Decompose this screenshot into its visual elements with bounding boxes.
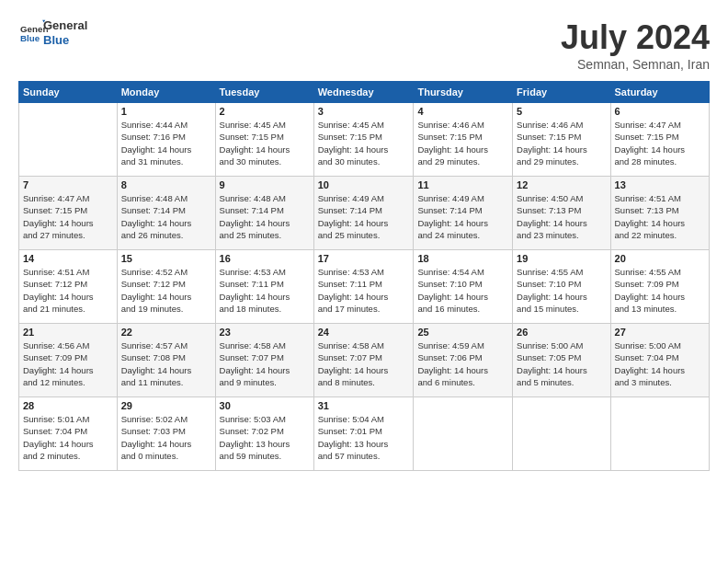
day-info: Sunrise: 4:57 AM Sunset: 7:08 PM Dayligh… [121, 339, 211, 388]
calendar-cell: 16Sunrise: 4:53 AM Sunset: 7:11 PM Dayli… [215, 250, 313, 324]
day-info: Sunrise: 4:58 AM Sunset: 7:07 PM Dayligh… [220, 339, 310, 388]
day-info: Sunrise: 4:45 AM Sunset: 7:15 PM Dayligh… [220, 119, 310, 167]
day-number: 31 [318, 400, 410, 411]
day-info: Sunrise: 4:56 AM Sunset: 7:09 PM Dayligh… [23, 339, 113, 388]
day-number: 26 [517, 327, 606, 338]
location: Semnan, Semnan, Iran [561, 57, 710, 72]
day-info: Sunrise: 4:53 AM Sunset: 7:11 PM Dayligh… [318, 266, 410, 315]
day-info: Sunrise: 4:48 AM Sunset: 7:14 PM Dayligh… [220, 192, 310, 241]
calendar-header-tuesday: Tuesday [215, 82, 313, 103]
day-info: Sunrise: 4:49 AM Sunset: 7:14 PM Dayligh… [417, 192, 508, 241]
day-info: Sunrise: 4:55 AM Sunset: 7:10 PM Dayligh… [517, 266, 606, 315]
calendar-cell [513, 397, 610, 471]
calendar-cell: 12Sunrise: 4:50 AM Sunset: 7:13 PM Dayli… [513, 177, 610, 250]
calendar-cell: 14Sunrise: 4:51 AM Sunset: 7:12 PM Dayli… [19, 250, 118, 324]
logo: General Blue General Blue [18, 18, 87, 47]
calendar-cell: 3Sunrise: 4:45 AM Sunset: 7:15 PM Daylig… [313, 103, 414, 177]
day-number: 16 [220, 253, 310, 264]
calendar-cell: 1Sunrise: 4:44 AM Sunset: 7:16 PM Daylig… [117, 103, 215, 177]
day-info: Sunrise: 4:46 AM Sunset: 7:15 PM Dayligh… [517, 119, 606, 167]
calendar-cell: 13Sunrise: 4:51 AM Sunset: 7:13 PM Dayli… [610, 177, 709, 250]
calendar-header-friday: Friday [513, 82, 610, 103]
calendar-week-row: 21Sunrise: 4:56 AM Sunset: 7:09 PM Dayli… [19, 324, 710, 397]
day-number: 1 [121, 106, 211, 117]
day-number: 15 [121, 253, 211, 264]
calendar-header-thursday: Thursday [414, 82, 513, 103]
calendar-cell [414, 397, 513, 471]
calendar-header-saturday: Saturday [610, 82, 709, 103]
calendar-cell: 22Sunrise: 4:57 AM Sunset: 7:08 PM Dayli… [117, 324, 215, 397]
day-number: 17 [318, 253, 410, 264]
day-info: Sunrise: 4:45 AM Sunset: 7:15 PM Dayligh… [318, 119, 410, 167]
calendar-header-row: SundayMondayTuesdayWednesdayThursdayFrid… [19, 82, 710, 103]
calendar-cell: 2Sunrise: 4:45 AM Sunset: 7:15 PM Daylig… [215, 103, 313, 177]
calendar-cell: 24Sunrise: 4:58 AM Sunset: 7:07 PM Dayli… [313, 324, 414, 397]
day-number: 9 [220, 179, 310, 190]
calendar-cell: 25Sunrise: 4:59 AM Sunset: 7:06 PM Dayli… [414, 324, 513, 397]
day-number: 18 [417, 253, 508, 264]
calendar-cell: 23Sunrise: 4:58 AM Sunset: 7:07 PM Dayli… [215, 324, 313, 397]
day-info: Sunrise: 4:51 AM Sunset: 7:13 PM Dayligh… [615, 192, 705, 241]
calendar-cell: 19Sunrise: 4:55 AM Sunset: 7:10 PM Dayli… [513, 250, 610, 324]
calendar-cell: 29Sunrise: 5:02 AM Sunset: 7:03 PM Dayli… [117, 397, 215, 471]
calendar-cell: 20Sunrise: 4:55 AM Sunset: 7:09 PM Dayli… [610, 250, 709, 324]
calendar-table: SundayMondayTuesdayWednesdayThursdayFrid… [18, 81, 710, 471]
day-number: 7 [23, 179, 113, 190]
day-info: Sunrise: 4:59 AM Sunset: 7:06 PM Dayligh… [417, 339, 508, 388]
day-info: Sunrise: 4:48 AM Sunset: 7:14 PM Dayligh… [121, 192, 211, 241]
calendar-cell [19, 103, 118, 177]
calendar-cell: 30Sunrise: 5:03 AM Sunset: 7:02 PM Dayli… [215, 397, 313, 471]
calendar-cell: 11Sunrise: 4:49 AM Sunset: 7:14 PM Dayli… [414, 177, 513, 250]
day-info: Sunrise: 4:55 AM Sunset: 7:09 PM Dayligh… [615, 266, 705, 315]
day-number: 13 [615, 179, 705, 190]
svg-text:Blue: Blue [20, 33, 40, 43]
day-info: Sunrise: 5:03 AM Sunset: 7:02 PM Dayligh… [220, 413, 310, 462]
day-number: 5 [517, 106, 606, 117]
calendar-header-sunday: Sunday [19, 82, 118, 103]
day-info: Sunrise: 4:46 AM Sunset: 7:15 PM Dayligh… [417, 119, 508, 167]
day-info: Sunrise: 4:47 AM Sunset: 7:15 PM Dayligh… [615, 119, 705, 167]
day-number: 21 [23, 327, 113, 338]
day-info: Sunrise: 4:47 AM Sunset: 7:15 PM Dayligh… [23, 192, 113, 241]
day-info: Sunrise: 4:58 AM Sunset: 7:07 PM Dayligh… [318, 339, 410, 388]
calendar-cell: 5Sunrise: 4:46 AM Sunset: 7:15 PM Daylig… [513, 103, 610, 177]
day-number: 14 [23, 253, 113, 264]
day-number: 6 [615, 106, 705, 117]
calendar-cell [610, 397, 709, 471]
day-number: 30 [220, 400, 310, 411]
calendar-week-row: 28Sunrise: 5:01 AM Sunset: 7:04 PM Dayli… [19, 397, 710, 471]
calendar-cell: 10Sunrise: 4:49 AM Sunset: 7:14 PM Dayli… [313, 177, 414, 250]
day-number: 28 [23, 400, 113, 411]
day-info: Sunrise: 4:50 AM Sunset: 7:13 PM Dayligh… [517, 192, 606, 241]
calendar-cell: 17Sunrise: 4:53 AM Sunset: 7:11 PM Dayli… [313, 250, 414, 324]
calendar-header-monday: Monday [117, 82, 215, 103]
day-info: Sunrise: 4:52 AM Sunset: 7:12 PM Dayligh… [121, 266, 211, 315]
calendar-cell: 21Sunrise: 4:56 AM Sunset: 7:09 PM Dayli… [19, 324, 118, 397]
calendar-header-wednesday: Wednesday [313, 82, 414, 103]
day-number: 19 [517, 253, 606, 264]
day-info: Sunrise: 4:49 AM Sunset: 7:14 PM Dayligh… [318, 192, 410, 241]
logo-blue: Blue [43, 33, 87, 48]
day-info: Sunrise: 4:51 AM Sunset: 7:12 PM Dayligh… [23, 266, 113, 315]
day-info: Sunrise: 5:01 AM Sunset: 7:04 PM Dayligh… [23, 413, 113, 462]
day-number: 20 [615, 253, 705, 264]
calendar-week-row: 7Sunrise: 4:47 AM Sunset: 7:15 PM Daylig… [19, 177, 710, 250]
calendar-cell: 8Sunrise: 4:48 AM Sunset: 7:14 PM Daylig… [117, 177, 215, 250]
page-header: General Blue General Blue July 2024 Semn… [18, 18, 710, 72]
day-number: 27 [615, 327, 705, 338]
calendar-week-row: 1Sunrise: 4:44 AM Sunset: 7:16 PM Daylig… [19, 103, 710, 177]
calendar-cell: 31Sunrise: 5:04 AM Sunset: 7:01 PM Dayli… [313, 397, 414, 471]
day-info: Sunrise: 4:44 AM Sunset: 7:16 PM Dayligh… [121, 119, 211, 167]
calendar-cell: 26Sunrise: 5:00 AM Sunset: 7:05 PM Dayli… [513, 324, 610, 397]
day-info: Sunrise: 5:00 AM Sunset: 7:05 PM Dayligh… [517, 339, 606, 388]
day-info: Sunrise: 5:04 AM Sunset: 7:01 PM Dayligh… [318, 413, 410, 462]
calendar-week-row: 14Sunrise: 4:51 AM Sunset: 7:12 PM Dayli… [19, 250, 710, 324]
day-info: Sunrise: 4:53 AM Sunset: 7:11 PM Dayligh… [220, 266, 310, 315]
calendar-cell: 9Sunrise: 4:48 AM Sunset: 7:14 PM Daylig… [215, 177, 313, 250]
day-number: 29 [121, 400, 211, 411]
day-number: 3 [318, 106, 410, 117]
day-info: Sunrise: 5:02 AM Sunset: 7:03 PM Dayligh… [121, 413, 211, 462]
calendar-cell: 28Sunrise: 5:01 AM Sunset: 7:04 PM Dayli… [19, 397, 118, 471]
day-info: Sunrise: 4:54 AM Sunset: 7:10 PM Dayligh… [417, 266, 508, 315]
month-title: July 2024 [561, 18, 710, 57]
